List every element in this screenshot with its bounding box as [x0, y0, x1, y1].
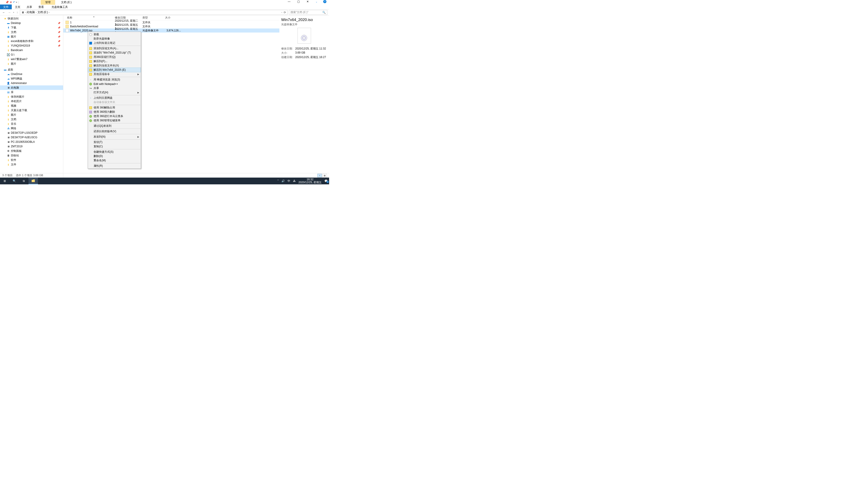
- menu-item[interactable]: 刻录光盘映像: [88, 37, 141, 41]
- taskview-button[interactable]: ⧉: [19, 177, 29, 184]
- nav-recycle[interactable]: 🗑回收站: [0, 153, 63, 158]
- menu-item[interactable]: 复制(C): [88, 144, 141, 149]
- nav-net4[interactable]: 🖥ZMT2019: [0, 144, 63, 149]
- icons-view-button[interactable]: ▦: [322, 174, 327, 177]
- menu-item[interactable]: 解压到当前文件夹(X): [88, 64, 141, 68]
- qat-pin-icon[interactable]: 📌: [5, 1, 9, 4]
- nav-this-pc[interactable]: 🖥此电脑: [0, 86, 63, 90]
- address-dropdown-icon[interactable]: ⌄: [281, 11, 283, 14]
- nav-gdrive[interactable]: 💽G:\: [0, 53, 63, 57]
- ime-indicator[interactable]: 中: [287, 179, 290, 183]
- details-view-button[interactable]: ≡: [317, 174, 322, 177]
- menu-item[interactable]: ◦上传到百度网盘: [88, 96, 141, 100]
- nav-tianyi[interactable]: ▮天翼云盘下载: [0, 108, 63, 112]
- menu-item[interactable]: 剪切(T): [88, 140, 141, 144]
- nav-videos[interactable]: ▮视频: [0, 103, 63, 108]
- menu-item[interactable]: 属性(R): [88, 164, 141, 168]
- chevron-right-icon[interactable]: ›: [25, 11, 26, 13]
- history-dropdown-icon[interactable]: ▾: [13, 11, 15, 13]
- tab-view[interactable]: 查看: [35, 4, 47, 9]
- menu-item[interactable]: 解压到 Win7x64_2020\ (E): [88, 68, 141, 72]
- file-row[interactable]: BaiduNetdiskDownload2020/12/25, 星期五 1...…: [63, 24, 279, 29]
- crumb-drive[interactable]: 文档 (E:): [37, 10, 48, 14]
- menu-item[interactable]: 发送到(N)▶: [88, 135, 141, 139]
- nav-admin[interactable]: 👤Administrator: [0, 81, 63, 86]
- search-icon[interactable]: 🔍: [322, 11, 326, 14]
- menu-item[interactable]: Edit with Notepad++: [88, 82, 141, 86]
- nav-pictures3[interactable]: ▮图片: [0, 112, 63, 117]
- menu-item[interactable]: 用360压缩打开(Q): [88, 55, 141, 59]
- nav-net2[interactable]: 🖥DESKTOP-NJEU3CG: [0, 135, 63, 140]
- qat-undo-icon[interactable]: ↶: [13, 1, 15, 4]
- back-button[interactable]: ←: [2, 11, 6, 14]
- menu-item[interactable]: 装载: [88, 32, 141, 37]
- qat-dropdown-icon[interactable]: ▾: [16, 1, 17, 3]
- col-type[interactable]: 类型: [143, 16, 165, 20]
- nav-music[interactable]: ▮音乐: [0, 122, 63, 126]
- up-button[interactable]: ↑: [16, 11, 19, 14]
- tab-share[interactable]: 共享: [24, 4, 35, 9]
- menu-item[interactable]: 打开方式(H)▶: [88, 90, 141, 95]
- ribbon-toggle-icon[interactable]: ⌄: [315, 0, 318, 3]
- nav-control-panel[interactable]: ⚙控制面板: [0, 149, 63, 153]
- close-button[interactable]: ✕: [306, 0, 310, 3]
- menu-item[interactable]: 添加到 "Win7x64_2020.zip" (T): [88, 51, 141, 55]
- nav-net3[interactable]: 🖥PC-20190530OBLA: [0, 140, 63, 144]
- menu-item[interactable]: 使用 360进行木马云查杀: [88, 114, 141, 119]
- menu-item[interactable]: 通过QQ发送到: [88, 124, 141, 128]
- nav-local-pics[interactable]: ▮本机照片: [0, 99, 63, 103]
- start-button[interactable]: ⊞: [0, 177, 9, 184]
- search-button[interactable]: 🔍: [9, 177, 19, 184]
- nav-documents[interactable]: ▮文档📌: [0, 30, 63, 34]
- crumb-this-pc[interactable]: 此电脑: [27, 10, 35, 14]
- tab-file[interactable]: 文件: [0, 4, 12, 9]
- nav-net1[interactable]: 🖥DESKTOP-LSSOEDP: [0, 131, 63, 135]
- chevron-right-icon[interactable]: ›: [49, 11, 50, 13]
- menu-item[interactable]: 解压到(F)...: [88, 59, 141, 64]
- nav-yunqishi[interactable]: ▮YUNQISHI2019📌: [0, 43, 63, 48]
- help-button[interactable]: ?: [323, 0, 327, 3]
- nav-excel[interactable]: ▮excel表格制作求和📌: [0, 39, 63, 43]
- volume-icon[interactable]: 🔊: [281, 180, 285, 183]
- file-row[interactable]: 12020/12/15, 星期二 1...文件夹: [63, 20, 279, 24]
- explorer-taskbar-button[interactable]: [29, 177, 38, 184]
- nav-libraries[interactable]: ▤库: [0, 90, 63, 94]
- menu-item[interactable]: 删除(D): [88, 154, 141, 158]
- maximize-button[interactable]: ▢: [296, 0, 301, 3]
- nav-pictures2[interactable]: ▮图片: [0, 61, 63, 66]
- minimize-button[interactable]: —: [287, 0, 291, 3]
- tray-chevron-icon[interactable]: ˄: [277, 180, 279, 183]
- menu-item[interactable]: 使用 360解除占用: [88, 105, 141, 110]
- tab-home[interactable]: 主页: [12, 4, 24, 9]
- nav-onedrive[interactable]: ☁OneDrive: [0, 72, 63, 76]
- search-input[interactable]: 搜索"文档 (E:)" 🔍: [289, 10, 327, 15]
- clock[interactable]: 16:32 2020/12/25, 星期五: [298, 178, 322, 184]
- nav-software[interactable]: ▮软件: [0, 158, 63, 162]
- nav-files[interactable]: ▮文件: [0, 162, 63, 167]
- nav-win7[interactable]: ▮win7重装win7: [0, 57, 63, 61]
- nav-saved-pics[interactable]: ▮保存的图片: [0, 94, 63, 99]
- forward-button[interactable]: →: [7, 11, 11, 14]
- menu-item[interactable]: 还原以前的版本(V): [88, 129, 141, 133]
- menu-item[interactable]: ◦用 蜂蜜浏览器 浏览(3): [88, 77, 141, 82]
- navigation-pane[interactable]: ★快速访问 ▬Desktop📌 ⬇下载📌 ▮文档📌 ▦图片📌 ▮excel表格制…: [0, 15, 63, 178]
- nav-quick-access[interactable]: ★快速访问: [0, 16, 63, 21]
- menu-item[interactable]: ↪共享: [88, 86, 141, 90]
- col-name[interactable]: 名称: [65, 16, 115, 20]
- menu-item[interactable]: 创建快捷方式(S): [88, 150, 141, 154]
- menu-item[interactable]: 其他压缩命令▶: [88, 72, 141, 76]
- nav-network[interactable]: 🖧网络: [0, 126, 63, 131]
- nav-desktop-root[interactable]: ▬桌面: [0, 67, 63, 72]
- nav-downloads[interactable]: ⬇下载📌: [0, 25, 63, 30]
- nav-bandicam[interactable]: ▮Bandicam: [0, 48, 63, 53]
- nav-desktop[interactable]: ▬Desktop📌: [0, 21, 63, 25]
- menu-item[interactable]: 使用 360强力删除: [88, 110, 141, 114]
- menu-item[interactable]: 添加到压缩文件(A)...: [88, 46, 141, 51]
- nav-docs-lib[interactable]: ▮文档: [0, 117, 63, 122]
- breadcrumb[interactable]: 🖥 › 此电脑 › 文档 (E:) › ⌄ ⟳: [20, 10, 287, 15]
- tab-iso-tools[interactable]: 光盘映像工具: [49, 4, 71, 9]
- menu-item[interactable]: 上传到有道云笔记: [88, 41, 141, 45]
- menu-item[interactable]: 使用 360管理右键菜单: [88, 119, 141, 123]
- qat-delete-icon[interactable]: ✕: [10, 1, 12, 4]
- menu-item[interactable]: 重命名(M): [88, 158, 141, 163]
